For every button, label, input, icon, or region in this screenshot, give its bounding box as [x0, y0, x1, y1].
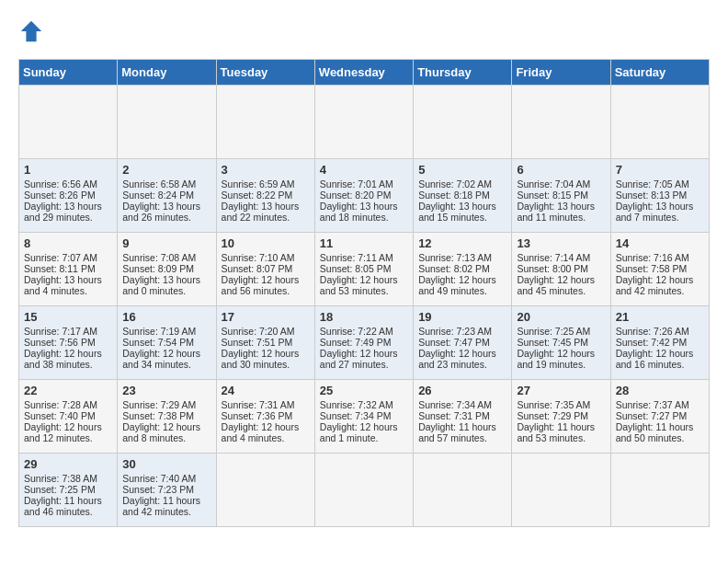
sunrise: Sunrise: 7:13 AM — [418, 252, 492, 263]
sunset: Sunset: 7:36 PM — [222, 410, 293, 421]
sunset: Sunset: 7:29 PM — [517, 410, 588, 421]
week-row-5: 29Sunrise: 7:38 AMSunset: 7:25 PMDayligh… — [19, 454, 710, 527]
sunset: Sunset: 7:56 PM — [24, 337, 96, 348]
sunset: Sunset: 8:13 PM — [616, 190, 688, 201]
sunrise: Sunrise: 7:37 AM — [616, 399, 689, 410]
daylight: Daylight: 13 hours and 7 minutes. — [616, 201, 694, 223]
day-number: 17 — [222, 310, 310, 324]
daylight: Daylight: 12 hours and 23 minutes. — [418, 348, 496, 370]
day-number: 5 — [418, 163, 506, 177]
sunrise: Sunrise: 7:10 AM — [222, 252, 295, 263]
daylight: Daylight: 11 hours and 50 minutes. — [616, 421, 694, 443]
day-number: 2 — [122, 163, 210, 177]
daylight: Daylight: 13 hours and 0 minutes. — [122, 274, 200, 296]
sunrise: Sunrise: 6:56 AM — [24, 178, 97, 190]
daylight: Daylight: 11 hours and 53 minutes. — [517, 421, 595, 443]
sunrise: Sunrise: 7:11 AM — [320, 252, 393, 263]
sunrise: Sunrise: 7:16 AM — [616, 252, 689, 263]
sunrise: Sunrise: 7:40 AM — [122, 473, 196, 484]
day-number: 30 — [122, 457, 210, 471]
sunset: Sunset: 7:38 PM — [122, 410, 194, 421]
calendar-cell: 29Sunrise: 7:38 AMSunset: 7:25 PMDayligh… — [19, 454, 118, 527]
sunrise: Sunrise: 7:28 AM — [24, 399, 97, 410]
sunrise: Sunrise: 7:25 AM — [517, 326, 590, 337]
week-row-1: 1Sunrise: 6:56 AMSunset: 8:26 PMDaylight… — [19, 159, 710, 233]
day-number: 8 — [24, 236, 112, 250]
calendar-cell: 1Sunrise: 6:56 AMSunset: 8:26 PMDaylight… — [19, 159, 118, 233]
sunrise: Sunrise: 6:59 AM — [222, 178, 295, 190]
day-number: 12 — [418, 236, 506, 250]
sunset: Sunset: 8:11 PM — [24, 263, 96, 274]
sunset: Sunset: 7:34 PM — [320, 410, 392, 421]
sunrise: Sunrise: 7:14 AM — [517, 252, 590, 263]
sunrise: Sunrise: 7:02 AM — [418, 178, 492, 190]
sunset: Sunset: 7:31 PM — [418, 410, 490, 421]
day-number: 14 — [616, 236, 704, 250]
day-number: 25 — [320, 384, 408, 397]
sunset: Sunset: 7:47 PM — [418, 337, 490, 348]
daylight: Daylight: 11 hours and 46 minutes. — [24, 495, 102, 517]
sunrise: Sunrise: 7:32 AM — [320, 399, 393, 410]
day-number: 18 — [320, 310, 408, 324]
sunset: Sunset: 7:42 PM — [616, 337, 688, 348]
sunset: Sunset: 8:20 PM — [320, 190, 392, 201]
sunset: Sunset: 7:49 PM — [320, 337, 392, 348]
calendar-cell: 27Sunrise: 7:35 AMSunset: 7:29 PMDayligh… — [512, 380, 610, 454]
sunrise: Sunrise: 7:20 AM — [222, 326, 295, 337]
logo-icon — [18, 18, 44, 44]
day-number: 9 — [122, 236, 210, 250]
calendar-cell: 2Sunrise: 6:58 AMSunset: 8:24 PMDaylight… — [118, 159, 216, 233]
calendar-cell — [610, 454, 709, 527]
sunset: Sunset: 7:51 PM — [222, 337, 293, 348]
column-header-wednesday: Wednesday — [314, 60, 413, 86]
daylight: Daylight: 12 hours and 34 minutes. — [122, 348, 200, 370]
column-header-monday: Monday — [118, 60, 216, 86]
daylight: Daylight: 13 hours and 26 minutes. — [122, 201, 200, 223]
calendar-cell: 8Sunrise: 7:07 AMSunset: 8:11 PMDaylight… — [19, 233, 118, 306]
day-number: 10 — [222, 236, 310, 250]
sunset: Sunset: 8:15 PM — [517, 190, 588, 201]
day-number: 7 — [616, 163, 704, 177]
daylight: Daylight: 12 hours and 56 minutes. — [222, 274, 300, 296]
header-row: SundayMondayTuesdayWednesdayThursdayFrid… — [19, 60, 710, 86]
day-number: 21 — [616, 310, 704, 324]
calendar-cell — [610, 86, 709, 159]
day-number: 28 — [616, 384, 704, 397]
calendar-cell: 23Sunrise: 7:29 AMSunset: 7:38 PMDayligh… — [118, 380, 216, 454]
daylight: Daylight: 12 hours and 49 minutes. — [418, 274, 496, 296]
sunset: Sunset: 8:07 PM — [222, 263, 293, 274]
daylight: Daylight: 13 hours and 11 minutes. — [517, 201, 595, 223]
day-number: 19 — [418, 310, 506, 324]
daylight: Daylight: 13 hours and 15 minutes. — [418, 201, 496, 223]
sunrise: Sunrise: 7:31 AM — [222, 399, 295, 410]
daylight: Daylight: 13 hours and 4 minutes. — [24, 274, 102, 296]
sunset: Sunset: 7:40 PM — [24, 410, 96, 421]
calendar-cell: 22Sunrise: 7:28 AMSunset: 7:40 PMDayligh… — [19, 380, 118, 454]
calendar-cell: 28Sunrise: 7:37 AMSunset: 7:27 PMDayligh… — [610, 380, 709, 454]
sunrise: Sunrise: 7:19 AM — [122, 326, 196, 337]
daylight: Daylight: 12 hours and 53 minutes. — [320, 274, 398, 296]
column-header-tuesday: Tuesday — [216, 60, 314, 86]
sunrise: Sunrise: 7:35 AM — [517, 399, 590, 410]
calendar-cell — [512, 454, 610, 527]
daylight: Daylight: 12 hours and 16 minutes. — [616, 348, 694, 370]
calendar-cell: 15Sunrise: 7:17 AMSunset: 7:56 PMDayligh… — [19, 306, 118, 380]
column-header-friday: Friday — [512, 60, 610, 86]
daylight: Daylight: 12 hours and 8 minutes. — [122, 421, 200, 443]
sunset: Sunset: 8:02 PM — [418, 263, 490, 274]
calendar-cell — [118, 86, 216, 159]
calendar-cell: 7Sunrise: 7:05 AMSunset: 8:13 PMDaylight… — [610, 159, 709, 233]
svg-marker-0 — [21, 21, 41, 41]
column-header-saturday: Saturday — [610, 60, 709, 86]
calendar-cell — [414, 86, 512, 159]
daylight: Daylight: 13 hours and 29 minutes. — [24, 201, 102, 223]
sunrise: Sunrise: 7:08 AM — [122, 252, 196, 263]
daylight: Daylight: 12 hours and 19 minutes. — [517, 348, 595, 370]
calendar-cell — [512, 86, 610, 159]
calendar-cell: 4Sunrise: 7:01 AMSunset: 8:20 PMDaylight… — [314, 159, 413, 233]
calendar-cell — [19, 86, 118, 159]
sunset: Sunset: 7:27 PM — [616, 410, 688, 421]
calendar-cell: 16Sunrise: 7:19 AMSunset: 7:54 PMDayligh… — [118, 306, 216, 380]
calendar-cell — [314, 454, 413, 527]
calendar-cell: 18Sunrise: 7:22 AMSunset: 7:49 PMDayligh… — [314, 306, 413, 380]
